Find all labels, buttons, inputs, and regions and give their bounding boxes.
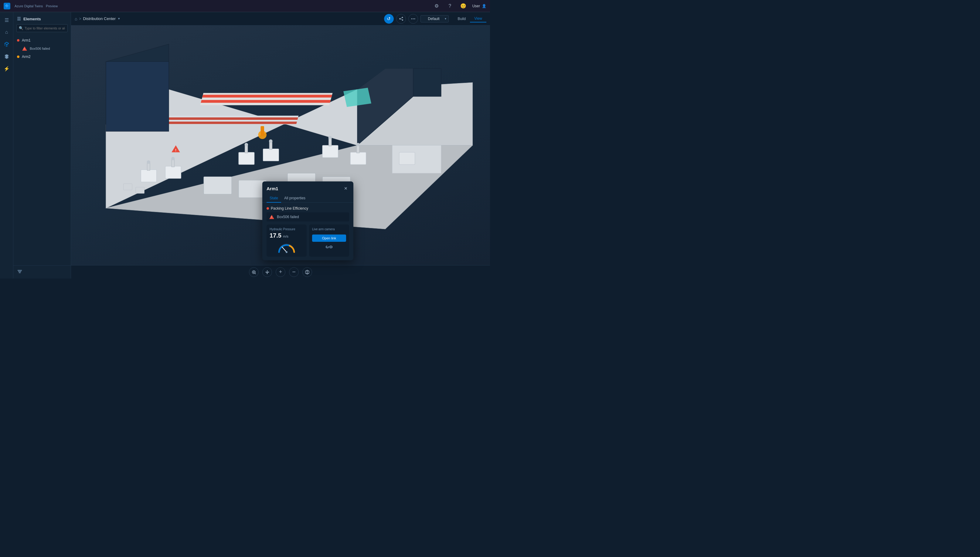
zoom-in-button[interactable]: + — [276, 267, 285, 277]
zoom-out-button[interactable]: − — [289, 267, 299, 277]
viewport-bottombar: + − — [71, 265, 490, 278]
search-icon: 🔍 — [19, 26, 23, 30]
user-account-icon: 👤 — [482, 4, 486, 8]
svg-rect-13 — [168, 117, 298, 120]
gauge-wrap — [270, 241, 304, 254]
elements-header: ☰ Elements — [13, 12, 71, 24]
popup-tab-state[interactable]: State — [266, 194, 281, 203]
svg-rect-25 — [269, 142, 272, 150]
sidebar-item-home[interactable]: ⌂ — [1, 27, 12, 37]
popup-tab-properties[interactable]: All properties — [281, 194, 309, 203]
hydraulic-value: 17.5 — [270, 232, 281, 239]
help-icon-btn[interactable]: ? — [446, 2, 454, 10]
main-viewport: ⌂ > Distribution Center ▾ ↺ — [71, 12, 490, 278]
move-tool-button[interactable] — [262, 267, 272, 277]
popup-alert-text: Box506 failed — [277, 215, 299, 219]
popup-alert-row: Box506 failed — [266, 212, 349, 221]
svg-text:!: ! — [175, 148, 176, 152]
popup-cards: Hydraulic Pressure 17.5 m/s — [266, 225, 349, 257]
list-item-arm1[interactable]: Arm1 — [13, 36, 71, 44]
settings-icon-btn[interactable]: ⚙ — [432, 2, 441, 10]
topbar-actions: ↺ — [384, 14, 486, 24]
app-icon: 🔷 — [4, 3, 10, 10]
sidebar-item-menu[interactable]: ☰ — [1, 15, 12, 26]
svg-rect-18 — [165, 166, 181, 178]
zoom-fit-button[interactable] — [249, 267, 259, 277]
home-breadcrumb-icon[interactable]: ⌂ — [75, 16, 77, 21]
popup-title: Arm1 — [266, 186, 278, 191]
list-item-box506[interactable]: Box506 failed — [13, 44, 71, 53]
options-button[interactable] — [408, 14, 418, 24]
svg-point-26 — [269, 139, 273, 143]
popup-body: Packing Line Efficiency Box506 failed Hy… — [262, 203, 353, 260]
svg-rect-45 — [124, 184, 132, 190]
arm1-status-dot — [17, 39, 20, 42]
popup-close-button[interactable]: ✕ — [343, 185, 349, 192]
refresh-button[interactable]: ↺ — [384, 14, 394, 24]
svg-line-47 — [282, 247, 287, 252]
svg-point-20 — [171, 157, 175, 161]
elements-list: Arm1 Box506 failed Arm2 — [13, 35, 71, 265]
environment-selector: Default ▾ — [420, 15, 449, 23]
elements-search-input[interactable] — [16, 24, 68, 32]
sidebar-item-3d[interactable] — [1, 39, 12, 50]
top-navigation: 🔷 Azure Digital Twins Preview ⚙ ? 😊 User… — [0, 0, 490, 12]
environment-dropdown[interactable]: Default — [420, 15, 449, 23]
svg-point-29 — [328, 136, 332, 140]
arm2-status-dot — [17, 55, 20, 58]
elements-title: Elements — [23, 17, 41, 21]
icon-sidebar: ☰ ⌂ ⚡ — [0, 12, 13, 278]
arm2-label: Arm2 — [22, 55, 31, 59]
box506-label: Box506 failed — [30, 47, 50, 50]
hydraulic-unit: m/s — [283, 235, 288, 238]
user-name-label: User — [472, 4, 480, 8]
svg-rect-30 — [350, 152, 366, 164]
popup-header: Arm1 ✕ — [262, 181, 353, 194]
open-link-button[interactable]: Open link — [312, 235, 346, 242]
pressure-gauge-svg — [276, 241, 297, 254]
svg-rect-21 — [238, 152, 255, 164]
popup-alert-icon — [269, 214, 274, 220]
svg-rect-31 — [357, 145, 359, 153]
svg-point-1 — [411, 18, 412, 19]
hydraulic-pressure-card: Hydraulic Pressure 17.5 m/s — [266, 225, 307, 257]
svg-point-2 — [414, 18, 415, 19]
svg-rect-16 — [147, 163, 150, 171]
box506-alert-icon — [22, 46, 27, 51]
sidebar-item-alerts[interactable]: ⚡ — [1, 63, 12, 74]
svg-marker-7 — [413, 68, 441, 96]
sidebar-item-layers[interactable] — [1, 51, 12, 62]
filter-icon-btn[interactable] — [17, 270, 23, 275]
svg-rect-46 — [136, 187, 144, 194]
svg-rect-39 — [204, 177, 232, 194]
svg-rect-15 — [141, 170, 157, 182]
svg-point-48 — [286, 251, 287, 253]
section-red-dot — [266, 207, 269, 210]
svg-rect-9 — [202, 94, 332, 98]
popup-tabs: State All properties — [262, 194, 353, 203]
breadcrumb-chevron-icon[interactable]: ▾ — [118, 17, 120, 21]
list-item-arm2[interactable]: Arm2 — [13, 53, 71, 61]
live-camera-card: Live arm camera Open link — [309, 225, 349, 257]
view-button[interactable]: View — [470, 15, 486, 23]
svg-point-0 — [413, 18, 413, 19]
breadcrumb-sep: > — [79, 17, 81, 21]
cube-view-button[interactable] — [302, 267, 312, 277]
build-button[interactable]: Build — [454, 15, 470, 23]
hydraulic-label: Hydraulic Pressure — [270, 228, 304, 231]
svg-rect-27 — [322, 145, 338, 158]
svg-point-23 — [245, 143, 248, 147]
elements-panel-bottom — [13, 265, 71, 278]
camera-label: Live arm camera — [312, 228, 335, 231]
share-button[interactable] — [396, 14, 406, 24]
svg-point-32 — [356, 143, 360, 147]
build-view-toggle: Build View — [454, 15, 486, 23]
link-chain-icon — [312, 244, 346, 250]
svg-rect-19 — [172, 159, 174, 167]
user-area[interactable]: User 👤 — [472, 4, 486, 8]
breadcrumb: ⌂ > Distribution Center ▾ — [75, 16, 120, 21]
svg-rect-14 — [167, 122, 297, 124]
main-layout: ☰ ⌂ ⚡ ☰ Elements 🔍 — [0, 12, 490, 278]
arm1-popup: Arm1 ✕ State All properties Packing Line… — [262, 181, 353, 260]
breadcrumb-page-name[interactable]: Distribution Center — [83, 16, 116, 21]
